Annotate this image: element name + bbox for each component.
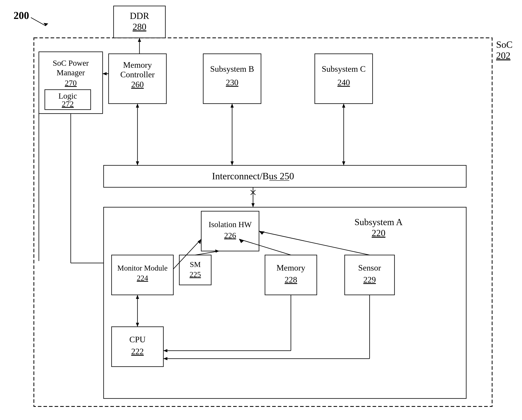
logic-label: Logic	[58, 92, 77, 100]
svg-rect-38	[112, 327, 163, 367]
monitor-module-label: Monitor Module	[117, 264, 168, 272]
soc-pm-number: 270	[65, 78, 77, 87]
subsystem-c-label: Subsystem C	[322, 64, 366, 74]
svg-marker-29	[252, 203, 255, 207]
soc-number: 202	[496, 50, 510, 61]
svg-rect-37	[345, 255, 394, 295]
subsystem-c-number: 240	[338, 78, 350, 87]
ddr-number: 280	[133, 22, 146, 32]
cpu-label: CPU	[129, 335, 146, 344]
subsystem-b-number: 230	[226, 78, 238, 87]
sensor-number: 229	[363, 275, 376, 284]
subsystem-a-label: Subsystem A	[354, 217, 403, 227]
soc-pm-label-line2: Manager	[57, 68, 85, 77]
svg-marker-59	[103, 72, 107, 75]
sm-number: 225	[190, 270, 201, 279]
svg-marker-20	[230, 104, 234, 107]
svg-rect-35	[179, 255, 211, 285]
soc-pm-label-line1: SoC Power	[53, 59, 89, 68]
sm-label: SM	[190, 260, 201, 268]
svg-marker-5	[138, 38, 141, 42]
svg-marker-23	[342, 104, 345, 107]
svg-line-0	[31, 17, 46, 26]
svg-marker-1	[43, 23, 48, 26]
svg-marker-17	[136, 104, 139, 107]
subsystem-b-label: Subsystem B	[210, 64, 254, 74]
isolation-hw-number: 226	[224, 231, 236, 240]
svg-marker-21	[230, 161, 234, 165]
monitor-module-number: 224	[137, 274, 148, 282]
svg-rect-36	[265, 255, 317, 295]
svg-marker-24	[342, 161, 345, 165]
isolation-hw-label: Isolation HW	[209, 220, 252, 229]
subsystem-a-number: 220	[372, 228, 385, 238]
mem-ctrl-label-line2: Controller	[120, 70, 155, 79]
ddr-label: DDR	[130, 11, 149, 21]
memory-label: Memory	[276, 263, 306, 272]
svg-marker-18	[136, 161, 139, 165]
soc-label: SoC	[496, 39, 513, 50]
logic-number: 272	[62, 99, 74, 108]
memory-number: 228	[285, 275, 297, 284]
diagram-label: 200	[14, 10, 29, 21]
mem-ctrl-number: 260	[131, 80, 144, 89]
cpu-number: 222	[131, 347, 144, 356]
mem-ctrl-label-line1: Memory	[123, 60, 152, 69]
sensor-label: Sensor	[358, 263, 381, 272]
interconnect-label: Interconnect/Bus 250	[212, 171, 294, 181]
svg-rect-32	[104, 207, 466, 398]
